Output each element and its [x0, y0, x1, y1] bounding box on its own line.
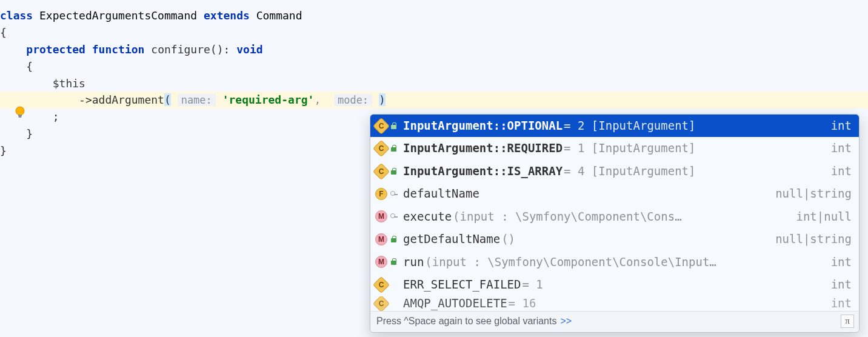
arg-string: 'required-arg' — [222, 93, 315, 106]
completion-label: AMQP_AUTODELETE — [403, 296, 507, 311]
lock-icon — [390, 258, 398, 266]
completion-type: int — [831, 162, 852, 180]
completion-tail: = 1 — [522, 276, 542, 293]
method-parens: () — [210, 43, 224, 56]
semicolon: ; — [53, 110, 59, 123]
pi-icon[interactable]: π — [841, 315, 854, 328]
svg-rect-1 — [18, 115, 22, 116]
completion-item[interactable]: CInputArgument::REQUIRED = 1 [InputArgum… — [370, 137, 859, 159]
lightbulb-icon[interactable] — [15, 106, 25, 117]
completion-item[interactable]: FdefaultNamenull|string — [370, 182, 859, 205]
completion-tail: = 1 [InputArgument] — [564, 139, 695, 157]
class-name: ExpectedArgumentsCommand — [39, 9, 197, 22]
completion-label: InputArgument::REQUIRED — [403, 139, 563, 157]
completion-type: int|null — [796, 208, 852, 225]
completion-tail: = 2 [InputArgument] — [564, 117, 695, 135]
lock-icon — [390, 235, 398, 244]
completion-item[interactable]: Mexecute(input : \Symfony\Component\Cons… — [370, 205, 859, 228]
completion-tail: () — [501, 230, 515, 248]
key-icon — [390, 190, 398, 198]
param-hint-name: name: — [178, 94, 216, 106]
completion-tail: = 4 [InputArgument] — [564, 162, 695, 180]
completion-type: int — [831, 253, 852, 271]
completion-item[interactable]: MgetDefaultName()null|string — [370, 228, 859, 250]
this-var: $this — [53, 77, 85, 90]
completion-label: run — [403, 253, 424, 271]
lock-icon — [390, 167, 398, 176]
kw-protected: protected — [26, 43, 85, 56]
completion-tail: (input : \Symfony\Component\Cons… — [453, 208, 682, 225]
popup-footer: Press ^Space again to see global variant… — [370, 311, 859, 333]
method-name: configure — [151, 43, 210, 56]
completion-popup[interactable]: CInputArgument::OPTIONAL = 2 [InputArgum… — [370, 114, 860, 333]
extends-name: Command — [256, 9, 302, 22]
method-icon: M — [375, 210, 387, 222]
completion-label: defaultName — [403, 185, 479, 202]
completion-label: execute — [403, 208, 452, 225]
brace-open: { — [0, 24, 868, 41]
completion-item[interactable]: CInputArgument::IS_ARRAY = 4 [InputArgum… — [370, 160, 859, 182]
completion-label: ERR_SELECT_FAILED — [403, 276, 521, 293]
completion-item[interactable]: CInputArgument::OPTIONAL = 2 [InputArgum… — [370, 115, 859, 137]
highlighted-line[interactable]: ->addArgument( name: 'required-arg', mod… — [0, 92, 868, 108]
footer-hint: Press ^Space again to see global variant… — [376, 314, 556, 329]
method-brace-open: { — [26, 60, 33, 73]
kw-void: void — [236, 43, 262, 56]
close-paren: ) — [379, 93, 386, 106]
constant-icon: C — [373, 162, 390, 179]
completion-type: int — [831, 276, 852, 293]
constant-icon: C — [373, 118, 390, 135]
lock-icon — [390, 122, 398, 130]
method-icon: M — [375, 256, 387, 268]
param-hint-mode: mode: — [334, 94, 372, 106]
key-icon — [390, 212, 398, 221]
completion-label: InputArgument::OPTIONAL — [403, 117, 563, 135]
open-paren: ( — [164, 93, 171, 106]
completion-item[interactable]: CAMQP_AUTODELETE = 16int — [370, 296, 859, 311]
completion-tail: = 16 — [509, 296, 536, 311]
field-icon: F — [375, 188, 387, 200]
completion-item[interactable]: CERR_SELECT_FAILED = 1int — [370, 273, 859, 296]
completion-type: int — [831, 117, 852, 135]
completion-label: getDefaultName — [403, 230, 500, 248]
completion-label: InputArgument::IS_ARRAY — [403, 162, 563, 180]
call-addArgument: addArgument — [92, 93, 164, 106]
kw-extends: extends — [204, 9, 250, 22]
completion-tail: (input : \Symfony\Component\Console\Inpu… — [425, 253, 716, 271]
svg-point-0 — [16, 107, 24, 115]
footer-link[interactable]: >> — [560, 314, 572, 329]
constant-icon: C — [373, 140, 390, 157]
completion-type: int — [831, 296, 852, 311]
lock-icon — [390, 144, 398, 153]
svg-rect-2 — [19, 116, 22, 118]
method-brace-close: } — [26, 127, 33, 140]
constant-icon: C — [373, 296, 390, 311]
method-icon: M — [375, 233, 387, 245]
completion-type: int — [831, 139, 852, 157]
completion-type: null|string — [775, 185, 852, 202]
completion-item[interactable]: Mrun(input : \Symfony\Component\Console\… — [370, 251, 859, 273]
kw-function: function — [92, 43, 145, 56]
completion-type: null|string — [775, 230, 852, 248]
kw-class: class — [0, 9, 33, 22]
constant-icon: C — [373, 276, 390, 293]
